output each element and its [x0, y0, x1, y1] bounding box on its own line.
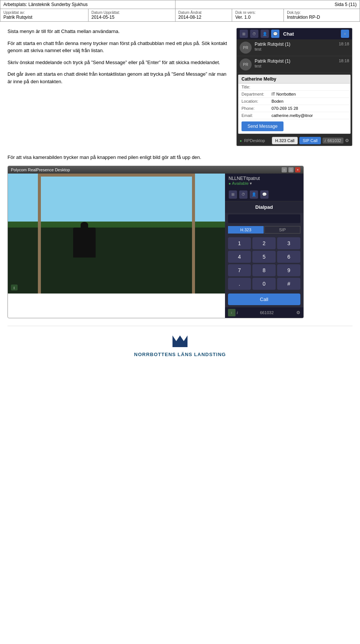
section2: För att visa kamerabilden trycker man på… [8, 154, 352, 318]
status-dropdown-icon[interactable]: ▾ [250, 181, 252, 186]
dial-key-1[interactable]: 1 [228, 237, 251, 249]
camera-controls: ↕ [11, 285, 18, 291]
svg-rect-2 [172, 346, 188, 347]
contact-loc-row: Location: Boden [238, 98, 350, 105]
polycom-titlebar: Polycom RealPresence Desktop − □ × [8, 166, 303, 174]
chat-list-item-2[interactable]: PR Patrik Rutqvist (1) test 18:18 [237, 56, 352, 73]
dialpad-settings-icon[interactable]: ⚙ [296, 310, 300, 315]
dialpad-nav: ⊞ ⏱ 👤 💬 [225, 188, 303, 201]
window-frame [8, 174, 225, 294]
dial-key-2[interactable]: 2 [252, 237, 276, 249]
contact-title-row: Title: [238, 84, 350, 91]
contact-phone-value: 070-269 15 28 [272, 106, 298, 111]
dialpad-title: Dialpad [225, 201, 303, 213]
close-button[interactable]: × [295, 167, 300, 172]
chat-item-msg-2: test [255, 64, 336, 68]
camera-expand-btn[interactable]: ↕ [11, 285, 18, 291]
dialpad-input[interactable] [228, 214, 300, 223]
send-message-button[interactable]: Send Message [242, 121, 284, 131]
status-indicator: ● [229, 181, 231, 186]
clock-silhouette [73, 228, 96, 258]
created-by-cell: Upprättat av: Patrik Rutqvist [0, 9, 88, 22]
chat-item-time-2: 18:18 [339, 58, 349, 63]
chat-icon[interactable]: 💬 [271, 30, 279, 38]
dialpad-nav-grid-icon[interactable]: ⊞ [229, 190, 237, 199]
clock-icon[interactable]: ⏱ [250, 30, 258, 38]
org-name: NORRBOTTENS LÄNS LANDSTING [134, 352, 226, 357]
section1-text: Sista menyn är till för att Chatta mella… [8, 28, 229, 146]
dialpad-status: Available [232, 181, 249, 186]
svg-marker-0 [172, 335, 180, 347]
dial-key-0[interactable]: 0 [252, 278, 276, 290]
call-button[interactable]: Call [228, 294, 300, 305]
dial-key-6[interactable]: 6 [277, 251, 300, 263]
dialpad-info-value: 661032 [239, 310, 295, 315]
para2: Skriv önskat meddelande och tryck på ”Se… [8, 59, 229, 66]
dialpad-panel: NLLNET\tpatrut ● Available ▾ ⊞ ⏱ 👤 💬 [225, 174, 303, 318]
h323-toggle-button[interactable]: H.323 [228, 226, 264, 234]
doc-type-value: Instruktion RP-D [287, 15, 357, 20]
h323-call-button[interactable]: H.323 Call [272, 137, 298, 144]
date-created-cell: Datum Upprättat: 2014-05-15 [88, 9, 175, 22]
settings-icon[interactable]: ⚙ [345, 138, 349, 143]
doc-nr-cell: Dok nr-vers: Ver. 1.0 [232, 9, 284, 22]
dial-key-7[interactable]: 7 [228, 264, 251, 276]
contact-popup: Catherine Melby Title: Department: IT No… [238, 75, 351, 134]
dial-key-3[interactable]: 3 [277, 237, 300, 249]
dialpad-nav-chat-icon[interactable]: 💬 [260, 190, 268, 199]
rpdesktop-label: RPDesktop [244, 138, 270, 143]
contact-dept-value: IT Norrbotten [272, 92, 296, 96]
doc-type-cell: Dok.typ: Instruktion RP-D [284, 9, 360, 22]
page-number: Sida 5 (11) [175, 0, 360, 9]
dialpad-nav-clock-icon[interactable]: ⏱ [239, 190, 248, 199]
maximize-button[interactable]: □ [288, 167, 294, 172]
para3: Det går även att starta en chatt direkt … [8, 70, 229, 85]
page-footer: NORRBOTTENS LÄNS LANDSTING [8, 326, 352, 361]
contact-email-row: Email: catherine.melby@itnor [238, 112, 350, 119]
contact-email-value: catherine.melby@itnor [272, 113, 313, 118]
svg-marker-1 [180, 335, 188, 347]
dialpad-toggle: H.323 SIP [228, 226, 300, 234]
dialpad-bottom-bar: ↕ i 661032 ⚙ [225, 307, 303, 318]
chat-item-time-1: 18:18 [339, 42, 349, 46]
polycom-window: Polycom RealPresence Desktop − □ × [8, 166, 304, 318]
dial-key-4[interactable]: 4 [228, 251, 251, 263]
chat-list-item-1[interactable]: PR Patrik Rutqvist (1) test 18:18 [237, 39, 352, 56]
add-chat-icon[interactable]: + [341, 30, 349, 38]
grid-icon[interactable]: ⊞ [240, 30, 248, 38]
dial-key-8[interactable]: 8 [252, 264, 276, 276]
expand-icon[interactable]: ↕ [228, 309, 236, 316]
section2-text: För att visa kamerabilden trycker man på… [8, 154, 352, 161]
sip-toggle-button[interactable]: SIP [264, 226, 300, 234]
dialpad-header: NLLNET\tpatrut ● Available ▾ [225, 174, 303, 188]
polycom-content: ↕ NLLNET\tpatrut ● Available ▾ [8, 174, 303, 318]
workplace-cell: Arbetsplats: Länsteknik Sunderby Sjukhus [0, 0, 176, 9]
contact-icon[interactable]: 👤 [261, 30, 269, 38]
contact-loc-value: Boden [272, 99, 284, 103]
dial-key-dot[interactable]: . [228, 278, 251, 290]
contact-phone-row: Phone: 070-269 15 28 [238, 105, 350, 112]
logo-svg [171, 334, 189, 349]
avatar-1: PR [240, 42, 252, 54]
created-by-value: Patrik Rutqvist [3, 15, 85, 20]
polycom-title: Polycom RealPresence Desktop [11, 168, 70, 172]
dialpad-nav-contact-icon[interactable]: 👤 [250, 190, 258, 199]
sip-call-button[interactable]: SIP Call [299, 137, 321, 144]
contact-dept-row: Department: IT Norrbotten [238, 91, 350, 98]
chat-app-screenshot: ⊞ ⏱ 👤 💬 Chat + PR Patrik Rutq [236, 28, 352, 146]
org-logo: NORRBOTTENS LÄNS LANDSTING [8, 334, 352, 357]
chat-title: Chat [283, 31, 294, 37]
minimize-button[interactable]: − [282, 167, 287, 172]
date-changed-value: 2014-08-12 [178, 15, 229, 20]
chat-list: PR Patrik Rutqvist (1) test 18:18 PR Pat… [237, 39, 352, 73]
chat-titlebar: ⊞ ⏱ 👤 💬 Chat + [237, 28, 352, 39]
date-created-value: 2014-05-15 [92, 15, 172, 20]
dial-key-9[interactable]: 9 [277, 264, 300, 276]
camera-view: ↕ [8, 174, 225, 294]
dial-key-5[interactable]: 5 [252, 251, 276, 263]
info-icon: i [237, 310, 238, 315]
chat-item-name-2: Patrik Rutqvist (1) [255, 58, 336, 64]
dialpad-grid: 1 2 3 4 5 6 7 8 9 . 0 # [225, 235, 303, 292]
dial-key-hash[interactable]: # [277, 278, 300, 290]
dialpad-user: NLLNET\tpatrut [229, 176, 300, 181]
